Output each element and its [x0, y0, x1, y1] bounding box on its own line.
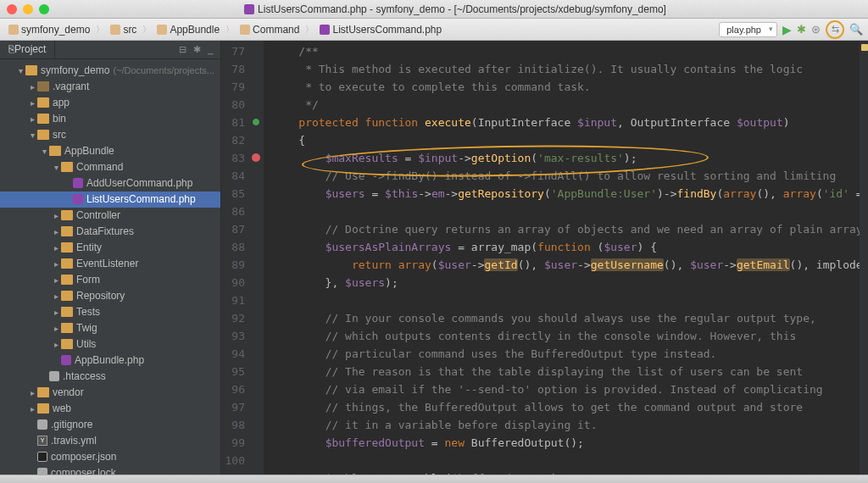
run-config-dropdown[interactable]: play.php: [719, 22, 777, 37]
tree-twisty-icon[interactable]: ▸: [51, 275, 61, 285]
code-line[interactable]: // Use ->findBy() instead of ->findAll()…: [264, 167, 868, 185]
tree-item[interactable]: ▸DataFixtures: [0, 224, 220, 240]
project-tree[interactable]: ▾symfony_demo(~/Documents/projects...▸.v…: [0, 59, 220, 475]
code-line[interactable]: $maxResults = $input->getOption('max-res…: [264, 149, 868, 167]
line-number[interactable]: 81: [221, 114, 264, 131]
tree-item[interactable]: ▸Repository: [0, 288, 220, 304]
code-line[interactable]: [264, 291, 868, 309]
tree-item[interactable]: ▾AppBundle: [0, 143, 220, 159]
tree-twisty-icon[interactable]: ▸: [27, 404, 37, 414]
line-number[interactable]: 88: [221, 238, 264, 256]
project-tab[interactable]: ⎘ Project: [0, 41, 55, 58]
tree-twisty-icon[interactable]: ▾: [39, 147, 49, 156]
listen-debug-button[interactable]: ⇆: [826, 20, 844, 39]
code-line[interactable]: // which outputs contents directly in th…: [264, 327, 868, 345]
tree-item[interactable]: composer.lock: [0, 465, 220, 475]
tree-item[interactable]: ▸Form: [0, 272, 220, 288]
line-number[interactable]: 89: [221, 256, 264, 274]
code-line[interactable]: // via email if the '--send-to' option i…: [264, 380, 868, 398]
line-number[interactable]: 101: [221, 469, 264, 475]
tree-item[interactable]: ▸Controller: [0, 208, 220, 224]
gutter[interactable]: 7778798081828384858687888990919293949596…: [221, 41, 264, 475]
tree-item[interactable]: AddUserCommand.php: [0, 175, 220, 192]
tree-item[interactable]: ▾Command: [0, 159, 220, 175]
code-line[interactable]: // things, the BufferedOutput allows to …: [264, 398, 868, 416]
code-line[interactable]: * This method is executed after initiali…: [264, 60, 868, 78]
tree-item[interactable]: ▸Tests: [0, 304, 220, 320]
code-line[interactable]: {: [264, 131, 868, 149]
tree-item[interactable]: ▸Entity: [0, 240, 220, 256]
code-line[interactable]: protected function execute(InputInterfac…: [264, 114, 868, 131]
settings-icon[interactable]: ✱: [193, 44, 201, 55]
code-editor[interactable]: 7778798081828384858687888990919293949596…: [221, 41, 868, 475]
line-number[interactable]: 78: [221, 60, 264, 78]
tree-twisty-icon[interactable]: ▸: [27, 114, 37, 124]
breadcrumb-item[interactable]: symfony_demo: [5, 24, 93, 36]
tree-item[interactable]: .gitignore: [0, 417, 220, 433]
editor-scrollbar[interactable]: [860, 41, 868, 475]
code-line[interactable]: /**: [264, 42, 868, 60]
inspection-warning-marker[interactable]: [861, 44, 868, 51]
line-number[interactable]: 99: [221, 434, 264, 452]
tree-item[interactable]: composer.json: [0, 449, 220, 465]
line-number[interactable]: 96: [221, 380, 264, 398]
line-number[interactable]: 92: [221, 309, 264, 327]
breadcrumb-item[interactable]: ListUsersCommand.php: [316, 24, 445, 36]
tree-twisty-icon[interactable]: ▸: [51, 324, 61, 333]
line-number[interactable]: 98: [221, 416, 264, 434]
tree-item[interactable]: ▸web: [0, 401, 220, 417]
tree-twisty-icon[interactable]: ▸: [27, 82, 37, 92]
code-line[interactable]: * to execute to complete this command ta…: [264, 78, 868, 96]
code-line[interactable]: // particular command uses the BufferedO…: [264, 345, 868, 363]
line-number[interactable]: 83: [221, 149, 264, 167]
line-number[interactable]: 95: [221, 363, 264, 380]
tree-twisty-icon[interactable]: ▸: [51, 243, 61, 253]
run-with-coverage-button[interactable]: ⊛: [811, 23, 821, 36]
code-line[interactable]: // Doctrine query returns an array of ob…: [264, 220, 868, 238]
tree-twisty-icon[interactable]: ▸: [51, 308, 61, 317]
tree-twisty-icon[interactable]: ▾: [51, 163, 61, 172]
tree-item[interactable]: ▸Twig: [0, 320, 220, 336]
tree-twisty-icon[interactable]: ▸: [51, 211, 61, 220]
hide-icon[interactable]: ⎯: [208, 44, 214, 55]
code-line[interactable]: return array($user->getId(), $user->getU…: [264, 256, 868, 274]
line-number[interactable]: 97: [221, 398, 264, 416]
line-number[interactable]: 93: [221, 327, 264, 345]
line-number[interactable]: 79: [221, 78, 264, 96]
code-line[interactable]: [264, 452, 868, 469]
tree-item[interactable]: .htaccess: [0, 369, 220, 385]
breadcrumb-item[interactable]: AppBundle: [153, 24, 223, 36]
minimize-window-button[interactable]: [23, 4, 33, 14]
line-number[interactable]: 94: [221, 345, 264, 363]
collapse-all-icon[interactable]: ⊟: [179, 44, 186, 55]
code-line[interactable]: }, $users);: [264, 274, 868, 291]
tree-twisty-icon[interactable]: ▾: [27, 130, 37, 140]
tree-twisty-icon[interactable]: ▾: [15, 66, 25, 75]
code-line[interactable]: $table = new Table($bufferedOutput);: [264, 469, 868, 475]
tree-item[interactable]: AppBundle.php: [0, 353, 220, 369]
tree-item[interactable]: ▸.vagrant: [0, 79, 220, 95]
line-number[interactable]: 86: [221, 203, 264, 220]
code-line[interactable]: */: [264, 96, 868, 114]
breadcrumb-item[interactable]: src: [107, 24, 140, 36]
tree-item[interactable]: ▾src: [0, 127, 220, 143]
code-line[interactable]: // The reason is that the table displayi…: [264, 363, 868, 380]
search-everywhere-button[interactable]: 🔍: [849, 23, 863, 36]
code-line[interactable]: // In your console commands you should a…: [264, 309, 868, 327]
override-method-icon[interactable]: [252, 118, 260, 126]
tree-item[interactable]: ▸bin: [0, 111, 220, 127]
code-line[interactable]: $bufferedOutput = new BufferedOutput();: [264, 434, 868, 452]
line-number[interactable]: 80: [221, 96, 264, 114]
tree-item[interactable]: ▸Utils: [0, 336, 220, 353]
code-line[interactable]: $usersAsPlainArrays = array_map(function…: [264, 238, 868, 256]
tree-twisty-icon[interactable]: ▸: [51, 259, 61, 269]
tree-item[interactable]: ▸EventListener: [0, 256, 220, 272]
code-area[interactable]: /** * This method is executed after init…: [264, 41, 868, 475]
tree-item[interactable]: ListUsersCommand.php: [0, 192, 220, 208]
run-button[interactable]: ▶: [782, 23, 792, 36]
debug-button[interactable]: ✱: [797, 23, 806, 36]
tree-item[interactable]: ▸app: [0, 95, 220, 111]
code-line[interactable]: [264, 203, 868, 220]
close-window-button[interactable]: [7, 4, 17, 14]
line-number[interactable]: 85: [221, 185, 264, 203]
